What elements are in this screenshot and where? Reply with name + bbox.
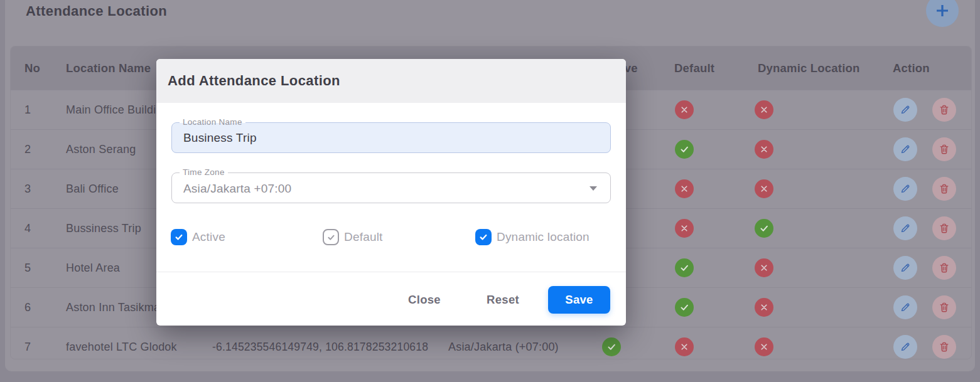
cell-default [675, 100, 694, 119]
pencil-icon [899, 222, 912, 235]
cell-no: 5 [24, 248, 31, 288]
cell-no: 4 [24, 209, 31, 248]
cell-default [675, 219, 694, 238]
cell-dynamic-location [755, 179, 773, 198]
table-row: 7favehotel LTC Glodok-6.145235546149749,… [11, 327, 971, 359]
edit-button[interactable] [893, 295, 917, 319]
cell-dynamic-location [755, 298, 773, 317]
cell-location-name: Bali Office [66, 169, 119, 209]
delete-button[interactable] [932, 335, 956, 359]
status-no-icon [675, 337, 694, 356]
cell-coordinates: -6.145235546149749, 106.8178253210618 [212, 327, 428, 359]
location-name-field[interactable]: Location Name [171, 123, 611, 153]
cell-dynamic-location [755, 100, 773, 119]
default-checkbox: Default [323, 229, 383, 245]
edit-button[interactable] [893, 335, 917, 359]
trash-icon [938, 301, 950, 314]
cell-dynamic-location [755, 219, 773, 238]
status-no-icon [675, 179, 694, 198]
pencil-icon [899, 103, 912, 116]
status-no-icon [755, 100, 773, 119]
status-no-icon [755, 337, 773, 356]
cell-location-name: favehotel LTC Glodok [66, 327, 177, 359]
header-location-name: Location Name [66, 46, 151, 90]
checkbox-disabled-icon [323, 229, 339, 245]
cell-no: 7 [24, 327, 31, 359]
status-no-icon [755, 140, 773, 159]
delete-button[interactable] [932, 216, 956, 240]
edit-button[interactable] [893, 256, 917, 280]
cell-no: 1 [24, 90, 31, 130]
status-no-icon [755, 258, 773, 277]
status-no-icon [755, 179, 773, 198]
dynamic-location-checkbox-label: Dynamic location [497, 230, 590, 244]
cell-default [675, 179, 694, 198]
pencil-icon [899, 341, 912, 353]
header-no: No [24, 46, 40, 90]
edit-button[interactable] [893, 137, 917, 161]
trash-icon [938, 341, 950, 353]
header-dynamic-location: Dynamic Location [758, 46, 860, 90]
edit-button[interactable] [893, 98, 917, 122]
pencil-icon [899, 183, 912, 195]
cell-active [602, 337, 621, 356]
status-no-icon [755, 298, 773, 317]
location-name-input[interactable] [183, 123, 585, 153]
status-yes-icon [675, 298, 694, 317]
cell-dynamic-location [755, 140, 773, 159]
reset-button[interactable]: Reset [485, 292, 520, 307]
cell-no: 6 [24, 288, 31, 327]
delete-button[interactable] [932, 137, 956, 161]
pencil-icon [899, 143, 912, 156]
checkbox-row: Active Default Dynamic location [156, 229, 626, 245]
status-no-icon [675, 100, 694, 119]
pencil-icon [899, 262, 912, 274]
edit-button[interactable] [893, 216, 917, 240]
delete-button[interactable] [932, 98, 956, 122]
trash-icon [938, 262, 950, 274]
cell-default [675, 298, 694, 317]
delete-button[interactable] [932, 256, 956, 280]
delete-button[interactable] [932, 295, 956, 319]
checkbox-checked-icon [475, 229, 492, 245]
cell-default [675, 258, 694, 277]
plus-icon [934, 3, 950, 19]
page-title: Attendance Location [26, 3, 167, 19]
edit-button[interactable] [893, 177, 917, 201]
status-yes-icon [602, 337, 621, 356]
active-checkbox[interactable]: Active [171, 229, 225, 245]
chevron-down-icon [590, 186, 597, 191]
add-location-button[interactable] [926, 0, 959, 27]
time-zone-select[interactable]: Time Zone Asia/Jakarta +07:00 [171, 173, 611, 203]
cell-dynamic-location [755, 258, 773, 277]
header-default: Default [674, 46, 714, 90]
cell-location-name: Main Office Buildin [66, 90, 163, 130]
dynamic-location-checkbox[interactable]: Dynamic location [475, 229, 590, 245]
cell-location-name: Aston Inn Tasikma [66, 288, 160, 327]
add-attendance-location-dialog: Add Attendance Location Location Name Ti… [156, 59, 626, 326]
active-checkbox-label: Active [192, 230, 225, 244]
cell-dynamic-location [755, 337, 773, 356]
status-no-icon [675, 219, 694, 238]
close-button[interactable]: Close [405, 292, 444, 307]
trash-icon [938, 183, 950, 195]
cell-default [675, 140, 694, 159]
status-yes-icon [675, 258, 694, 277]
delete-button[interactable] [932, 177, 956, 201]
cell-timezone: Asia/Jakarta (+07:00) [448, 327, 559, 359]
time-zone-value: Asia/Jakarta +07:00 [183, 173, 585, 203]
trash-icon [938, 143, 950, 156]
pencil-icon [899, 301, 912, 314]
cell-location-name: Aston Serang [66, 130, 136, 169]
status-yes-icon [755, 219, 773, 238]
footer-divider [156, 272, 626, 272]
cell-location-name: Hotel Area [66, 248, 120, 288]
header-action: Action [893, 46, 930, 90]
cell-location-name: Bussiness Trip [66, 209, 141, 248]
checkbox-checked-icon [171, 229, 187, 245]
trash-icon [938, 222, 950, 235]
cell-default [675, 337, 694, 356]
default-checkbox-label: Default [344, 230, 383, 244]
save-button[interactable]: Save [548, 286, 610, 314]
status-yes-icon [675, 140, 694, 159]
